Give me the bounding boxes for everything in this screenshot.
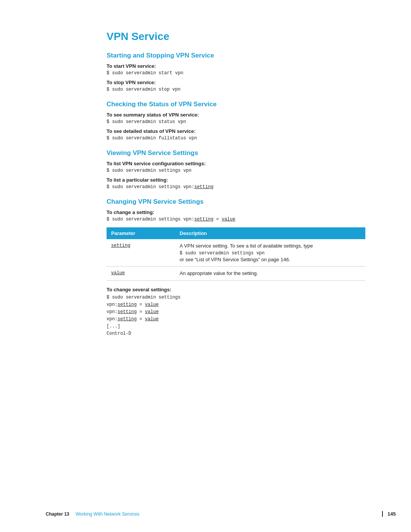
- footer-chapter-link: Working With Network Services: [76, 511, 140, 517]
- label-start-vpn: To start VPN service:: [107, 63, 365, 69]
- code-value-link-3: value: [145, 309, 159, 315]
- code-summary-status: $ sudo serveradmin status vpn: [107, 119, 365, 125]
- parameter-table: Parameter Description setting A VPN serv…: [107, 227, 365, 281]
- code-change-several: $ sudo serveradmin settings vpn:setting …: [107, 294, 365, 338]
- code-line-2: vpn:setting = value: [107, 301, 365, 308]
- code-line-1: $ sudo serveradmin settings: [107, 294, 365, 301]
- desc-cell-setting: A VPN service setting. To see a list of …: [175, 239, 365, 267]
- label-detailed-status: To see detailed status of VPN service:: [107, 128, 365, 134]
- param-setting-link: setting: [111, 243, 130, 248]
- code-line-4: vpn:setting = value: [107, 316, 365, 323]
- page-title: VPN Service: [107, 30, 365, 43]
- code-line-3: vpn:setting = value: [107, 308, 365, 316]
- section-changing-settings: Changing VPN Service Settings: [107, 198, 365, 206]
- code-value-link-4: value: [145, 316, 159, 322]
- label-list-particular: To list a particular setting:: [107, 177, 365, 183]
- section-starting-stopping: Starting and Stopping VPN Service: [107, 52, 365, 59]
- footer-spacer: [70, 511, 74, 517]
- table-header-row: Parameter Description: [107, 227, 365, 239]
- col-header-parameter: Parameter: [107, 227, 175, 239]
- code-value-link-1: value: [221, 217, 235, 222]
- code-change-setting: $ sudo serveradmin settings vpn:setting …: [107, 217, 365, 222]
- param-cell-value: value: [107, 267, 175, 281]
- label-change-setting: To change a setting:: [107, 209, 365, 215]
- code-value-link-2: value: [145, 302, 159, 307]
- col-header-description: Description: [175, 227, 365, 239]
- desc-setting-extra: or see “List of VPN Service Settings” on…: [180, 257, 290, 262]
- label-list-config: To list VPN service configuration settin…: [107, 161, 365, 166]
- label-summary-status: To see summary status of VPN service:: [107, 112, 365, 118]
- footer-chapter-info: Chapter 13 Working With Network Services: [46, 511, 140, 517]
- code-equals: =: [213, 217, 222, 222]
- table-row: setting A VPN service setting. To see a …: [107, 239, 365, 267]
- code-setting-link-2: setting: [194, 217, 213, 222]
- code-start-vpn: $ sudo serveradmin start vpn: [107, 70, 365, 76]
- footer-right: 145: [382, 511, 396, 517]
- desc-cell-value: An appropriate value for the setting.: [175, 267, 365, 281]
- code-prefix-2: $ sudo serveradmin settings vpn:: [107, 217, 194, 222]
- label-stop-vpn: To stop VPN service:: [107, 80, 365, 85]
- code-setting-link-5: setting: [118, 316, 137, 322]
- code-line-6: Control-D: [107, 330, 365, 337]
- code-list-config: $ sudo serveradmin settings vpn: [107, 168, 365, 173]
- desc-value-text: An appropriate value for the setting.: [180, 270, 258, 276]
- param-cell-setting: setting: [107, 239, 175, 267]
- label-change-several: To change several settings:: [107, 287, 365, 292]
- footer-chapter-label: Chapter 13: [46, 511, 69, 517]
- code-line-5: [...]: [107, 323, 365, 330]
- code-setting-link-1: setting: [194, 184, 213, 190]
- desc-setting-code: $ sudo serveradmin settings vpn: [180, 251, 264, 256]
- table-row: value An appropriate value for the setti…: [107, 267, 365, 281]
- page-footer: Chapter 13 Working With Network Services…: [0, 511, 411, 517]
- section-viewing-settings: Viewing VPN Service Settings: [107, 149, 365, 157]
- page-container: VPN Service Starting and Stopping VPN Se…: [0, 0, 411, 532]
- code-detailed-status: $ sudo serveradmin fullstatus vpn: [107, 136, 365, 141]
- desc-setting-text: A VPN service setting. To see a list of …: [180, 243, 313, 249]
- code-setting-link-4: setting: [118, 309, 137, 315]
- footer-page-number: 145: [382, 511, 396, 517]
- param-value-link: value: [111, 270, 125, 276]
- code-setting-link-3: setting: [118, 302, 137, 307]
- code-prefix-1: $ sudo serveradmin settings vpn:: [107, 184, 194, 190]
- section-checking-status: Checking the Status of VPN Service: [107, 101, 365, 108]
- code-stop-vpn: $ sudo serveradmin stop vpn: [107, 87, 365, 92]
- code-list-particular: $ sudo serveradmin settings vpn:setting: [107, 184, 365, 190]
